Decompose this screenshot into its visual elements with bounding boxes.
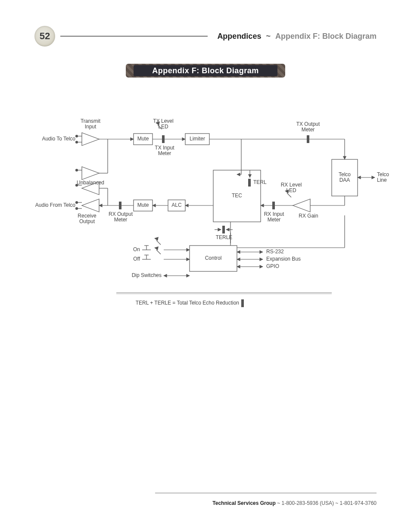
footer-sep1: ~	[277, 500, 280, 506]
footer-phone-usa: 1-800-283-5936 (USA)	[281, 500, 333, 506]
box-alc: ALC	[171, 202, 181, 208]
header-subsection: Appendix F: Block Diagram	[275, 32, 377, 40]
box-tec: TEC	[232, 193, 242, 199]
box-telco-daa: TelcoDAA	[339, 172, 351, 183]
section-banner: Appendix F: Block Diagram	[126, 64, 285, 78]
label-terl: TERL	[253, 180, 267, 185]
page-footer: Technical Services Group ~ 1-800-283-593…	[34, 493, 377, 506]
svg-rect-34	[248, 179, 251, 187]
header-rule	[60, 36, 208, 37]
label-rx-level-led: RX LevelLED	[281, 182, 302, 193]
page-number-badge: 52	[34, 26, 55, 47]
footer-sep2: ~	[335, 500, 338, 506]
header-section: Appendices	[217, 32, 261, 40]
label-telco-line: TelcoLine	[377, 172, 389, 183]
label-audio-to-telco: Audio To Telco	[42, 136, 75, 142]
label-on: On	[133, 247, 140, 252]
footer-rule	[155, 493, 377, 493]
svg-rect-17	[307, 135, 309, 143]
label-rx-gain: RX Gain	[299, 213, 318, 219]
page-number: 52	[40, 31, 50, 42]
label-receive-output: ReceiveOutput	[78, 213, 96, 224]
label-audio-from-telco: Audio From Telco	[35, 202, 75, 208]
box-mute-rx: Mute	[137, 202, 149, 208]
box-control: Control	[205, 255, 222, 261]
box-mute-tx: Mute	[137, 136, 149, 142]
header-separator: ~	[266, 32, 271, 40]
label-rs232: RS-232	[266, 249, 284, 255]
banner-title: Appendix F: Block Diagram	[152, 66, 259, 75]
svg-rect-67	[241, 299, 244, 307]
label-unbalanced: Unbalanced	[77, 180, 104, 186]
diagram-footnote: TERL + TERLE = Total Telco Echo Reductio…	[136, 300, 239, 306]
footer-phone-intl: 1-801-974-3760	[340, 500, 377, 506]
svg-rect-35	[222, 226, 225, 233]
label-tx-output-meter: TX OutputMeter	[296, 121, 320, 133]
label-rx-output-meter: RX OutputMeter	[109, 212, 133, 223]
label-tx-input-meter: TX InputMeter	[155, 145, 174, 156]
label-rx-input-meter: RX InputMeter	[264, 212, 284, 223]
footer-text: Technical Services Group ~ 1-800-283-593…	[34, 500, 377, 506]
header-row: 52 Appendices ~ Appendix F: Block Diagra…	[34, 26, 377, 47]
footer-group: Technical Services Group	[212, 500, 276, 506]
svg-line-41	[287, 193, 291, 197]
label-gpio: GPIO	[266, 264, 279, 269]
label-tx-level-led: TX LevelLED	[153, 118, 173, 130]
svg-line-57	[156, 250, 161, 254]
label-transmit-input: TransmitInput	[81, 118, 100, 130]
label-dip-switches: Dip Switches	[132, 273, 162, 278]
label-terle: TERLE	[216, 235, 233, 240]
block-diagram: Audio To Telco Audio From Telco Transmit…	[34, 103, 379, 327]
svg-line-56	[156, 240, 161, 245]
label-off: Off	[133, 256, 140, 262]
label-exp-bus: Expansion Bus	[266, 256, 301, 262]
header-title: Appendices ~ Appendix F: Block Diagram	[213, 32, 377, 41]
box-limiter: Limiter	[190, 136, 205, 142]
